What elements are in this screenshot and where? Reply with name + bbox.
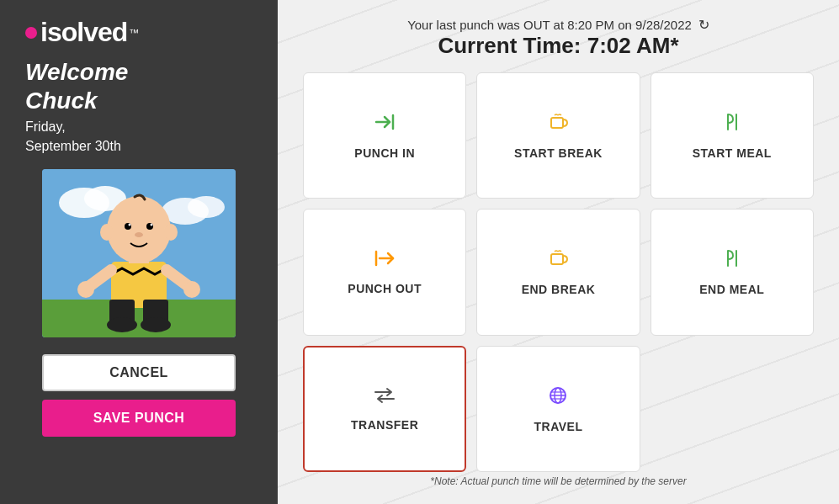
start-break-button[interactable]: START BREAK [476,72,640,199]
date-text: Friday, September 30th [25,118,252,156]
svg-point-22 [77,281,94,298]
punch-out-icon [373,248,396,273]
current-time: Current Time: 7:02 AM* [303,33,814,59]
punch-out-label: PUNCH OUT [348,282,422,295]
punch-in-icon [373,112,396,138]
last-punch-info: Your last punch was OUT at 8:20 PM on 9/… [303,17,814,33]
svg-point-17 [129,223,131,225]
start-break-icon [547,111,569,138]
svg-point-12 [107,196,171,263]
end-meal-icon [721,247,743,274]
last-punch-text: Your last punch was OUT at 8:20 PM on 9/… [407,18,692,32]
punch-grid: PUNCH IN START BREAK [303,72,814,472]
save-punch-button[interactable]: SAVE PUNCH [42,400,236,437]
svg-rect-32 [551,254,563,264]
svg-point-18 [151,223,153,225]
transfer-icon [374,386,396,410]
note-text: *Note: Actual punch time will be determi… [303,475,814,487]
travel-icon [547,385,569,411]
travel-button[interactable]: TRAVEL [476,346,640,472]
transfer-button[interactable]: TRANSFER [303,346,466,472]
svg-point-9 [107,317,137,332]
start-meal-button[interactable]: START MEAL [650,72,814,199]
sidebar: isolved™ Welcome Chuck Friday, September… [0,0,278,504]
cancel-button[interactable]: CANCEL [42,354,236,391]
punch-in-label: PUNCH IN [354,146,415,160]
end-meal-button[interactable]: END MEAL [650,209,814,335]
svg-point-10 [141,317,171,332]
svg-point-13 [100,224,114,241]
end-break-label: END BREAK [522,283,596,296]
logo-tm: ™ [129,27,139,39]
punch-in-button[interactable]: PUNCH IN [303,72,466,199]
header-info: Your last punch was OUT at 8:20 PM on 9/… [303,17,814,59]
logo-area: isolved™ [25,17,252,48]
start-meal-icon [721,111,743,138]
logo: isolved™ [25,17,252,48]
start-meal-label: START MEAL [693,146,772,160]
svg-point-23 [183,281,200,298]
start-break-label: START BREAK [514,146,603,160]
end-break-icon [547,247,569,274]
end-meal-label: END MEAL [699,283,764,296]
punch-out-button[interactable]: PUNCH OUT [303,209,466,335]
svg-point-19 [135,232,143,237]
refresh-icon[interactable]: ↻ [698,17,709,33]
avatar [42,169,236,337]
svg-point-14 [164,224,178,241]
end-break-button[interactable]: END BREAK [476,209,640,335]
svg-point-4 [188,196,225,218]
welcome-text: Welcome Chuck [25,58,252,114]
logo-dot-icon [25,27,37,39]
svg-rect-26 [551,118,563,128]
logo-text: isolved [40,17,127,48]
transfer-label: TRANSFER [351,418,418,432]
travel-label: TRAVEL [534,420,583,433]
main-content: Your last punch was OUT at 8:20 PM on 9/… [278,0,839,504]
